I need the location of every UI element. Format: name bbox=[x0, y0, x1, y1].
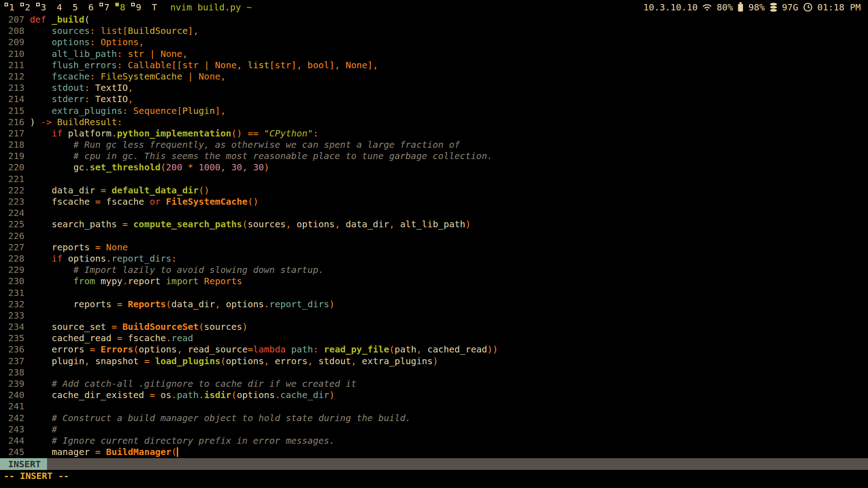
tmux-window-1[interactable]: 1 bbox=[5, 2, 14, 13]
code-line[interactable]: 242 # Construct a build manager object t… bbox=[0, 413, 868, 424]
tmux-window-9[interactable]: 9 bbox=[131, 2, 141, 13]
code-line[interactable]: 245 manager = BuildManager( bbox=[0, 446, 868, 458]
code-line[interactable]: 236 errors = Errors(options, read_source… bbox=[0, 344, 868, 355]
code-text: # Construct a build manager object to ho… bbox=[30, 413, 411, 423]
code-line[interactable]: 244 # Ignore current directory prefix in… bbox=[0, 435, 868, 446]
window-number: 4 bbox=[57, 2, 62, 13]
code-line[interactable]: 237 plugin, snapshot = load_plugins(opti… bbox=[0, 356, 868, 367]
code-text: source_set = BuildSourceSet(sources) bbox=[30, 321, 248, 332]
code-text: if platform.python_implementation() == "… bbox=[30, 128, 318, 139]
code-line[interactable]: 223 fscache = fscache or FileSystemCache… bbox=[0, 196, 868, 207]
code-line[interactable]: 241 bbox=[0, 401, 868, 412]
tmux-window-7[interactable]: 7 bbox=[99, 2, 109, 13]
code-line[interactable]: 211 flush_errors: Callable[[str | None, … bbox=[0, 60, 868, 71]
line-number: 212 bbox=[8, 71, 24, 82]
code-line[interactable]: 243 # bbox=[0, 424, 868, 435]
code-line[interactable]: 212 fscache: FileSystemCache | None, bbox=[0, 71, 868, 82]
code-text: data_dir = default_data_dir() bbox=[30, 185, 209, 196]
window-number: 3 bbox=[41, 2, 46, 13]
code-line[interactable]: 221 bbox=[0, 174, 868, 185]
line-number: 241 bbox=[8, 401, 24, 412]
code-line[interactable]: 229 # Import lazily to avoid slowing dow… bbox=[0, 264, 868, 276]
code-line[interactable]: 224 bbox=[0, 207, 868, 219]
code-line[interactable]: 240 cache_dir_existed = os.path.isdir(op… bbox=[0, 389, 868, 401]
code-text: cached_read = fscache.read bbox=[30, 333, 193, 343]
line-number: 238 bbox=[8, 367, 24, 378]
insert-mode-message: -- INSERT -- bbox=[4, 470, 69, 482]
line-number: 208 bbox=[8, 25, 24, 37]
line-number: 221 bbox=[8, 174, 24, 185]
code-text: search_paths = compute_search_paths(sour… bbox=[30, 219, 471, 230]
code-line[interactable]: 228 if options.report_dirs: bbox=[0, 253, 868, 264]
code-line[interactable]: 217 if platform.python_implementation() … bbox=[0, 128, 868, 139]
code-line[interactable]: 215 extra_plugins: Sequence[Plugin], bbox=[0, 105, 868, 117]
line-number: 239 bbox=[8, 378, 24, 389]
battery-percentage: 98% bbox=[748, 2, 764, 13]
code-text: ) -> BuildResult: bbox=[30, 117, 123, 127]
tmux-window-T[interactable]: T bbox=[147, 2, 157, 13]
code-line[interactable]: 239 # Add catch-all .gitignore to cache … bbox=[0, 378, 868, 389]
tmux-status-right: 10.3.10.10 80% 98% 97G bbox=[643, 2, 861, 13]
code-text: sources: list[BuildSource], bbox=[30, 25, 198, 36]
code-line[interactable]: 214 stderr: TextIO, bbox=[0, 94, 868, 105]
tmux-window-list: 123456789T bbox=[5, 2, 163, 13]
code-line[interactable]: 219 # cpu in gc. This seems the most rea… bbox=[0, 150, 868, 162]
disk-free: 97G bbox=[782, 2, 798, 13]
code-text: # Ignore current directory prefix in err… bbox=[30, 435, 335, 446]
window-flag-icon bbox=[99, 3, 103, 6]
code-line[interactable]: 207def _build( bbox=[0, 14, 868, 25]
code-line[interactable]: 226 bbox=[0, 230, 868, 242]
tmux-window-title: nvim build.py ~ bbox=[170, 2, 252, 13]
line-number: 234 bbox=[8, 321, 24, 333]
code-line[interactable]: 234 source_set = BuildSourceSet(sources) bbox=[0, 321, 868, 333]
code-line[interactable]: 231 bbox=[0, 287, 868, 299]
code-line[interactable]: 210 alt_lib_path: str | None, bbox=[0, 48, 868, 60]
code-line[interactable]: 209 options: Options, bbox=[0, 37, 868, 48]
code-text: fscache: FileSystemCache | None, bbox=[30, 71, 226, 82]
editor[interactable]: 207def _build(208 sources: list[BuildSou… bbox=[0, 14, 868, 458]
line-number: 229 bbox=[8, 264, 24, 276]
code-line[interactable]: 235 cached_read = fscache.read bbox=[0, 333, 868, 344]
line-number: 236 bbox=[8, 344, 24, 355]
code-line[interactable]: 218 # Run gc less frequently, as otherwi… bbox=[0, 139, 868, 150]
line-number: 218 bbox=[8, 139, 24, 150]
line-number: 223 bbox=[8, 196, 24, 207]
tmux-window-5[interactable]: 5 bbox=[68, 2, 78, 13]
code-line[interactable]: 225 search_paths = compute_search_paths(… bbox=[0, 219, 868, 230]
line-number: 213 bbox=[8, 82, 24, 94]
code-line[interactable]: 216) -> BuildResult: bbox=[0, 117, 868, 128]
code-text: flush_errors: Callable[[str | None, list… bbox=[30, 60, 378, 70]
code-line[interactable]: 238 bbox=[0, 367, 868, 378]
tmux-status-bar: 123456789T nvim build.py ~ 10.3.10.10 80… bbox=[0, 0, 868, 14]
window-number: 5 bbox=[72, 2, 78, 13]
tmux-window-6[interactable]: 6 bbox=[84, 2, 94, 13]
code-text: # Import lazily to avoid slowing down st… bbox=[30, 264, 324, 275]
code-line[interactable]: 208 sources: list[BuildSource], bbox=[0, 25, 868, 37]
tmux-window-8[interactable]: 8 bbox=[115, 2, 125, 13]
line-number: 219 bbox=[8, 150, 24, 162]
window-number: 7 bbox=[104, 2, 109, 13]
tmux-window-3[interactable]: 3 bbox=[36, 2, 46, 13]
code-text: options: Options, bbox=[30, 37, 144, 47]
code-line[interactable]: 213 stdout: TextIO, bbox=[0, 82, 868, 94]
code-line[interactable]: 227 reports = None bbox=[0, 242, 868, 253]
tmux-window-2[interactable]: 2 bbox=[20, 2, 30, 13]
code-line[interactable]: 222 data_dir = default_data_dir() bbox=[0, 185, 868, 196]
tmux-window-4[interactable]: 4 bbox=[52, 2, 62, 13]
code-line[interactable]: 233 bbox=[0, 310, 868, 321]
active-window-flag-icon bbox=[115, 3, 119, 6]
code-line[interactable]: 220 gc.set_threshold(200 * 1000, 30, 30) bbox=[0, 162, 868, 173]
window-flag-icon bbox=[20, 3, 24, 6]
code-text: manager = BuildManager( bbox=[30, 446, 178, 457]
line-number: 225 bbox=[8, 219, 24, 230]
line-number: 210 bbox=[8, 48, 24, 60]
line-number: 224 bbox=[8, 207, 24, 219]
battery-icon bbox=[738, 2, 743, 12]
code-text: cache_dir_existed = os.path.isdir(option… bbox=[30, 389, 335, 400]
window-number: T bbox=[151, 2, 157, 13]
window-flag-icon bbox=[36, 3, 40, 6]
code-line[interactable]: 232 reports = Reports(data_dir, options.… bbox=[0, 299, 868, 310]
code-text: reports = Reports(data_dir, options.repo… bbox=[30, 299, 335, 310]
code-line[interactable]: 230 from mypy.report import Reports bbox=[0, 276, 868, 287]
line-number: 216 bbox=[8, 117, 24, 128]
